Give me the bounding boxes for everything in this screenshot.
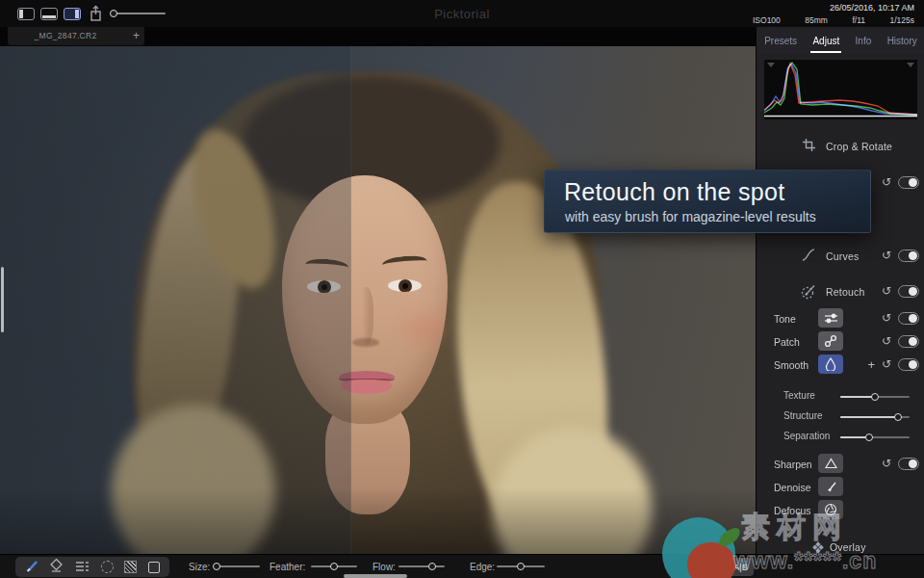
panel-toggle[interactable] bbox=[898, 176, 919, 189]
file-tab[interactable]: _MG_2847.CR2 + bbox=[8, 27, 144, 45]
panel-label: Crop & Rotate bbox=[826, 141, 892, 152]
before-after-split-overlay bbox=[0, 46, 351, 554]
patch-tool-button[interactable] bbox=[818, 331, 843, 351]
tab-presets[interactable]: Presets bbox=[762, 29, 799, 53]
ab-compare-button[interactable]: A|B bbox=[728, 558, 754, 576]
tooltip-subtitle: with easy brush for magazine-level resul… bbox=[565, 209, 816, 224]
reset-icon[interactable]: ↺ bbox=[882, 284, 891, 298]
brush-tool-group bbox=[15, 557, 169, 577]
retouch-tool-row-tone: Tone ↺ bbox=[757, 308, 924, 329]
reset-icon[interactable]: ↺ bbox=[882, 175, 891, 189]
panel-label: Curves bbox=[826, 250, 859, 262]
panel-row-crop-rotate[interactable]: Crop & Rotate bbox=[757, 135, 924, 158]
exif-iso: ISO100 bbox=[753, 15, 781, 25]
exif-focal-length: 85mm bbox=[805, 15, 828, 25]
marquee-icon[interactable] bbox=[148, 562, 160, 573]
slider-row-texture: Texture bbox=[757, 387, 924, 405]
photo-canvas[interactable] bbox=[0, 46, 756, 554]
denoise-tool-button[interactable] bbox=[818, 477, 843, 496]
tool-label: Denoise bbox=[774, 482, 811, 493]
panel-row-curves[interactable]: Curves ↺ bbox=[757, 245, 924, 268]
panel-toggle[interactable] bbox=[898, 285, 919, 298]
shadow-clipping-indicator[interactable] bbox=[767, 63, 775, 67]
exif-shutter: 1/125s bbox=[889, 15, 914, 25]
slider-row-structure: Structure bbox=[757, 407, 924, 425]
curves-icon bbox=[799, 248, 818, 265]
feather-slider[interactable] bbox=[311, 565, 357, 567]
sidebar-tabs: Presets Adjust Info History bbox=[757, 27, 924, 54]
highlight-clipping-indicator[interactable] bbox=[907, 63, 914, 67]
structure-slider[interactable] bbox=[840, 416, 910, 418]
size-slider[interactable] bbox=[214, 565, 260, 567]
defocus-tool-button[interactable] bbox=[818, 500, 843, 519]
detail-row-sharpen: Sharpen ↺ bbox=[757, 454, 924, 475]
texture-slider[interactable] bbox=[840, 396, 910, 398]
histogram bbox=[764, 60, 917, 119]
separation-slider[interactable] bbox=[840, 436, 910, 438]
add-brush-icon[interactable]: + bbox=[867, 357, 875, 372]
size-label: Size: bbox=[189, 562, 210, 572]
mask-pattern-icon[interactable] bbox=[124, 561, 137, 573]
panel-label: Overlay bbox=[830, 541, 866, 553]
tool-toggle[interactable] bbox=[898, 358, 919, 371]
file-name: _MG_2847.CR2 bbox=[8, 31, 123, 40]
edge-slider[interactable] bbox=[497, 565, 545, 567]
window-drag-handle bbox=[344, 574, 407, 578]
retouch-tool-row-patch: Patch ↺ bbox=[757, 331, 924, 353]
strokes-list-icon[interactable] bbox=[75, 559, 90, 576]
retouch-tooltip: Retouch on the spot with easy brush for … bbox=[544, 170, 871, 233]
panel-row-retouch[interactable]: Retouch ↺ bbox=[757, 280, 924, 303]
add-file-button[interactable]: + bbox=[133, 29, 140, 42]
panel-label: Retouch bbox=[826, 286, 865, 298]
tab-adjust[interactable]: Adjust bbox=[810, 29, 841, 53]
slider-row-separation: Separation bbox=[757, 428, 924, 445]
tool-label: Smooth bbox=[774, 359, 808, 371]
exif-info: ISO100 85mm f/11 1/125s bbox=[753, 15, 914, 25]
show-original-button[interactable] bbox=[701, 558, 723, 576]
flow-slider[interactable] bbox=[398, 565, 445, 567]
tool-toggle[interactable] bbox=[898, 458, 919, 470]
feather-label: Feather: bbox=[270, 562, 305, 572]
tool-label: Tone bbox=[774, 313, 796, 325]
reset-icon[interactable]: ↺ bbox=[882, 311, 891, 325]
reset-icon[interactable]: ↺ bbox=[882, 334, 891, 348]
sharpen-tool-button[interactable] bbox=[818, 454, 843, 473]
capture-datetime: 26/05/2016, 10:17 AM bbox=[830, 3, 914, 13]
left-scrollbar[interactable] bbox=[1, 267, 4, 332]
flow-label: Flow: bbox=[372, 562, 396, 572]
slider-label: Separation bbox=[783, 431, 830, 441]
detail-row-defocus: Defocus bbox=[757, 500, 924, 521]
brush-tool-icon[interactable] bbox=[25, 559, 38, 576]
slider-label: Structure bbox=[783, 410, 823, 421]
title-bar: Picktorial 26/05/2016, 10:17 AM ISO100 8… bbox=[0, 0, 924, 27]
eraser-tool-icon[interactable] bbox=[49, 558, 64, 576]
smooth-tool-button[interactable] bbox=[818, 355, 843, 374]
tool-label: Sharpen bbox=[774, 459, 812, 470]
tone-tool-button[interactable] bbox=[818, 308, 843, 328]
retouch-tool-row-smooth: Smooth + ↺ bbox=[757, 355, 924, 376]
picktorial-window: Picktorial 26/05/2016, 10:17 AM ISO100 8… bbox=[0, 0, 924, 578]
tab-info[interactable]: Info bbox=[854, 29, 874, 53]
slider-label: Texture bbox=[783, 390, 815, 401]
reset-icon[interactable]: ↺ bbox=[882, 249, 891, 262]
tab-history[interactable]: History bbox=[886, 29, 919, 53]
edge-label: Edge: bbox=[470, 562, 495, 572]
reset-icon[interactable]: ↺ bbox=[882, 357, 891, 371]
tooltip-title: Retouch on the spot bbox=[564, 178, 784, 206]
reset-icon[interactable]: ↺ bbox=[882, 457, 891, 470]
brush-toolbar: Size: Feather: Flow: Edge: A|B bbox=[0, 554, 924, 578]
retouch-brush-icon bbox=[799, 283, 818, 301]
filmstrip-bar: _MG_2847.CR2 + bbox=[0, 27, 756, 46]
detail-row-denoise: Denoise bbox=[757, 477, 924, 498]
tool-toggle[interactable] bbox=[898, 312, 919, 325]
tool-label: Patch bbox=[774, 336, 800, 348]
exif-aperture: f/11 bbox=[852, 15, 865, 25]
tool-toggle[interactable] bbox=[898, 335, 919, 348]
panel-toggle[interactable] bbox=[898, 250, 919, 262]
tool-label: Defocus bbox=[774, 505, 811, 516]
selection-circle-icon[interactable] bbox=[101, 561, 114, 573]
before-after-split-line bbox=[350, 46, 351, 554]
adjust-sidebar: Presets Adjust Info History Crop & Rotat… bbox=[756, 27, 924, 578]
portrait-eye-right bbox=[388, 279, 422, 292]
crop-icon bbox=[799, 138, 818, 155]
